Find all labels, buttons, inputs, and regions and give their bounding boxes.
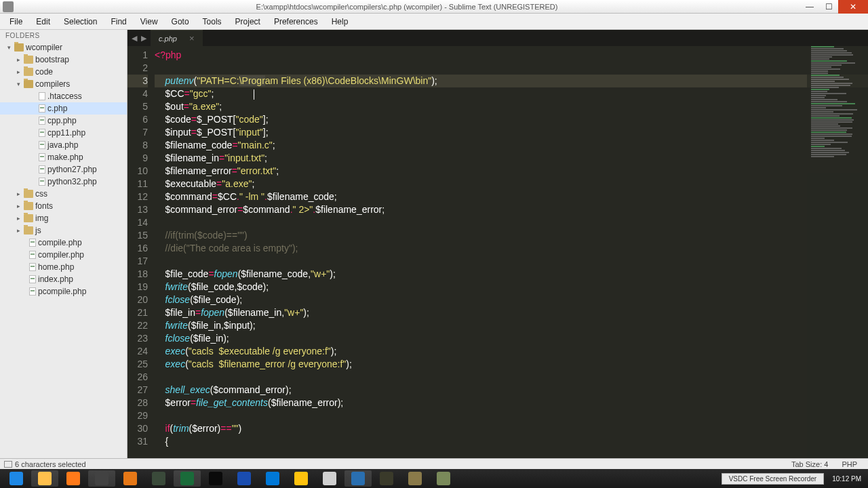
tree-label: home.php [38, 262, 74, 272]
taskbar-app16[interactable] [430, 470, 457, 487]
code-line[interactable]: shell_exec($command_error); [155, 384, 868, 396]
tree-item-css[interactable]: ▸css [0, 188, 127, 200]
code-line[interactable]: //die("The code area is empty"); [155, 242, 868, 255]
tree-item-compilerphp[interactable]: compiler.php [0, 249, 127, 261]
minimap[interactable] [807, 46, 868, 458]
tree-item-js[interactable]: ▸js [0, 224, 127, 237]
line-number: 14 [127, 216, 148, 229]
tree-item-cphp[interactable]: c.php [0, 102, 127, 115]
tree-item-htaccess[interactable]: .htaccess [0, 90, 127, 102]
tree-item-indexphp[interactable]: index.php [0, 273, 127, 285]
code-line[interactable]: $error=file_get_contents($filename_error… [155, 396, 868, 409]
code-line[interactable]: exec("cacls $filename_error /g everyone:… [155, 358, 868, 371]
taskbar-player[interactable] [288, 470, 315, 487]
tree-label: .htaccess [47, 92, 82, 101]
tree-item-homephp[interactable]: home.php [0, 261, 127, 273]
nav-forward-icon[interactable]: ▶ [141, 34, 146, 43]
code-line[interactable] [155, 216, 868, 229]
code-line[interactable]: $CC="gcc"; [155, 87, 868, 100]
taskbar-explorer[interactable] [31, 470, 58, 487]
taskbar-app14[interactable] [373, 470, 400, 487]
line-gutter: 1234567891011121314151617181920212223242… [127, 46, 155, 458]
menu-edit[interactable]: Edit [29, 16, 57, 28]
status-tabsize[interactable]: Tab Size: 4 [791, 460, 828, 468]
menu-preferences[interactable]: Preferences [267, 16, 325, 28]
menu-project[interactable]: Project [229, 16, 267, 28]
code-line[interactable]: //if(trim($code)=="") [155, 229, 868, 242]
taskbar-firefox[interactable] [60, 470, 87, 487]
code-line[interactable]: { [155, 435, 868, 448]
tree-item-compilers[interactable]: ▾compilers [0, 78, 127, 90]
code-line[interactable]: $code=$_POST["code"]; [155, 113, 868, 126]
menu-goto[interactable]: Goto [165, 16, 196, 28]
nav-back-icon[interactable]: ◀ [132, 34, 137, 43]
tree-item-cpp11php[interactable]: cpp11.php [0, 127, 127, 139]
code-line[interactable]: $file_code=fopen($filename_code,"w+"); [155, 268, 868, 281]
tree-item-makephp[interactable]: make.php [0, 151, 127, 163]
menu-selection[interactable]: Selection [57, 16, 104, 28]
tab-cphp[interactable]: c.php × [151, 30, 203, 46]
code-line[interactable] [155, 409, 868, 422]
code-line[interactable]: fclose($file_code); [155, 293, 868, 306]
maximize-button[interactable]: ☐ [819, 0, 838, 14]
taskbar-terminal[interactable] [202, 470, 229, 487]
taskbar-ie[interactable] [3, 470, 30, 487]
taskbar-sublime[interactable] [88, 470, 115, 487]
code-line[interactable]: <?php [155, 49, 868, 62]
code-line[interactable]: $out="a.exe"; [155, 100, 868, 113]
code-line[interactable]: $input=$_POST["input"]; [155, 126, 868, 139]
minimize-button[interactable]: — [800, 0, 819, 14]
tree-item-wcompiler[interactable]: ▾wcompiler [0, 41, 127, 54]
code-line[interactable] [155, 62, 868, 75]
file-tree: ▾wcompiler▸bootstrap▸code▾compilers.htac… [0, 41, 127, 298]
tree-item-fonts[interactable]: ▸fonts [0, 200, 127, 212]
tree-item-compilephp[interactable]: compile.php [0, 237, 127, 249]
tree-item-python32php[interactable]: python32.php [0, 176, 127, 188]
line-number: 22 [127, 319, 148, 332]
folder-icon [24, 56, 33, 64]
taskbar-app13[interactable] [344, 470, 372, 487]
menu-find[interactable]: Find [104, 16, 133, 28]
tree-item-code[interactable]: ▸code [0, 66, 127, 78]
taskbar-webstorm[interactable] [174, 470, 201, 487]
vsdc-recorder[interactable]: VSDC Free Screen Recorder [722, 473, 825, 485]
menu-file[interactable]: File [3, 16, 29, 28]
code-line[interactable] [155, 255, 868, 268]
code-line[interactable]: $filename_error="error.txt"; [155, 165, 868, 178]
taskbar-photoshop[interactable] [231, 470, 258, 487]
code-line[interactable]: fclose($file_in); [155, 332, 868, 345]
code-line[interactable]: if(trim($error)=="") [155, 422, 868, 435]
tree-item-javaphp[interactable]: java.php [0, 139, 127, 151]
menu-view[interactable]: View [134, 16, 165, 28]
code-line[interactable]: $command_error=$command." 2>".$filename_… [155, 203, 868, 216]
code-line[interactable]: putenv("PATH=C:\Program Files (x86)\Code… [155, 75, 868, 87]
tree-item-bootstrap[interactable]: ▸bootstrap [0, 54, 127, 66]
tree-item-pcompilephp[interactable]: pcompile.php [0, 285, 127, 298]
tab-close-icon[interactable]: × [189, 33, 195, 43]
code-line[interactable]: $filename_in="input.txt"; [155, 152, 868, 165]
taskbar-app12[interactable] [316, 470, 343, 487]
taskbar-xampp[interactable] [117, 470, 144, 487]
tree-item-img[interactable]: ▸img [0, 212, 127, 224]
status-language[interactable]: PHP [842, 460, 857, 468]
code-line[interactable]: $filename_code="main.c"; [155, 139, 868, 152]
menu-help[interactable]: Help [325, 16, 355, 28]
code-line[interactable]: $file_in=fopen($filename_in,"w+"); [155, 306, 868, 319]
code-editor[interactable]: 1234567891011121314151617181920212223242… [127, 46, 868, 458]
code-line[interactable]: fwrite($file_code,$code); [155, 281, 868, 293]
statusbar: 6 characters selected Tab Size: 4 PHP [0, 458, 868, 469]
tree-item-cppphp[interactable]: cpp.php [0, 115, 127, 127]
taskbar-app6[interactable] [145, 470, 172, 487]
code-line[interactable]: $command=$CC." -lm ".$filename_code; [155, 190, 868, 203]
menu-tools[interactable]: Tools [196, 16, 229, 28]
line-number: 30 [127, 422, 148, 435]
tree-item-python27php[interactable]: python27.php [0, 163, 127, 176]
taskbar-app15[interactable] [401, 470, 429, 487]
taskbar-vscode[interactable] [259, 470, 286, 487]
code-line[interactable]: exec("cacls $executable /g everyone:f"); [155, 345, 868, 358]
code-line[interactable]: fwrite($file_in,$input); [155, 319, 868, 332]
code-line[interactable]: $executable="a.exe"; [155, 178, 868, 190]
code-content[interactable]: <?php putenv("PATH=C:\Program Files (x86… [155, 46, 868, 458]
code-line[interactable] [155, 371, 868, 384]
close-button[interactable]: ✕ [838, 0, 868, 14]
